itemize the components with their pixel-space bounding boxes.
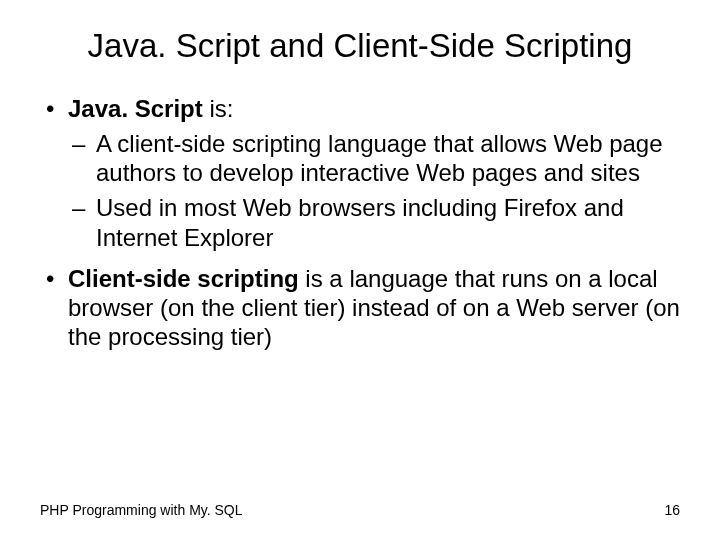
footer: PHP Programming with My. SQL 16 — [40, 502, 680, 518]
bullet-item-2: Client-side scripting is a language that… — [40, 264, 680, 352]
sub-bullet-list: A client-side scripting language that al… — [68, 129, 680, 252]
sub-bullet-2: Used in most Web browsers including Fire… — [68, 193, 680, 252]
slide-title: Java. Script and Client-Side Scripting — [40, 26, 680, 66]
page-number: 16 — [664, 502, 680, 518]
bullet-2-bold: Client-side scripting — [68, 265, 299, 292]
bullet-item-1: Java. Script is: A client-side scripting… — [40, 94, 680, 252]
bullet-1-rest: is: — [203, 95, 234, 122]
footer-left: PHP Programming with My. SQL — [40, 502, 243, 518]
bullet-list: Java. Script is: A client-side scripting… — [40, 94, 680, 352]
bullet-1-bold: Java. Script — [68, 95, 203, 122]
sub-bullet-1: A client-side scripting language that al… — [68, 129, 680, 188]
